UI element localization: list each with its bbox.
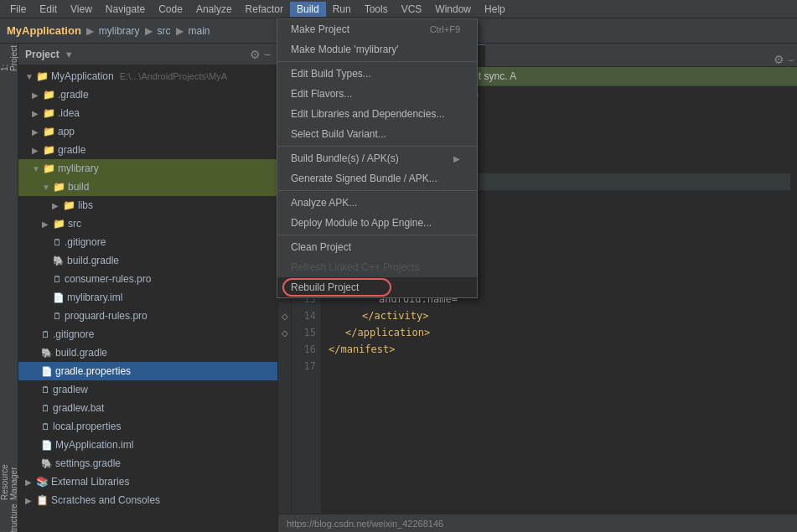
- panel-settings-btn[interactable]: ⚙: [250, 48, 261, 61]
- select-build-variant-label: Select Build Variant...: [291, 128, 386, 140]
- tree-item-idea[interactable]: ▶ 📁 .idea: [18, 104, 277, 122]
- menu-help[interactable]: Help: [478, 2, 512, 17]
- panel-close-btn[interactable]: −: [264, 48, 271, 61]
- tree-item-myapp-iml[interactable]: ▶ 📄 MyApplication.iml: [18, 436, 277, 454]
- menu-analyze[interactable]: Analyze: [189, 2, 239, 17]
- root-label: MyApplication: [51, 70, 114, 82]
- menu-clean-project[interactable]: Clean Project: [277, 237, 477, 257]
- gradle-icon-root: 🐘: [41, 348, 53, 359]
- menu-navigate[interactable]: Navigate: [99, 2, 152, 17]
- tab-close-btn[interactable]: −: [788, 54, 794, 66]
- panel-title: Project: [25, 49, 60, 60]
- menu-edit[interactable]: Edit: [33, 2, 64, 17]
- file-icon-gradlew: 🗒: [41, 385, 50, 395]
- label-build-gradle-lib: build.gradle: [67, 255, 119, 266]
- root-path: E:\...\AndroidProjects\MyA: [120, 71, 227, 81]
- tree-item-proguard[interactable]: ▶ 🗒 proguard-rules.pro: [18, 307, 277, 325]
- spacer-local-props: ▶: [30, 422, 39, 431]
- label-mylibrary: mylibrary: [58, 163, 99, 174]
- file-icon-consumer: 🗒: [53, 274, 62, 284]
- left-strip-resource[interactable]: Resource Manager: [2, 475, 17, 490]
- tree-item-scratches[interactable]: ▶ 📋 Scratches and Consoles: [18, 491, 277, 509]
- tree-item-local-props[interactable]: ▶ 🗒 local.properties: [18, 417, 277, 436]
- src-label[interactable]: src: [158, 25, 171, 37]
- tree-item-gradle-folder[interactable]: ▶ 📁 gradle: [18, 141, 277, 159]
- clean-project-label: Clean Project: [291, 241, 351, 253]
- main-label[interactable]: main: [189, 25, 210, 37]
- tree-item-build-gradle-lib[interactable]: ▶ 🐘 build.gradle: [18, 251, 277, 270]
- spacer-build-gradle-lib: ▶: [42, 256, 50, 266]
- arrow-src: ▶: [42, 220, 50, 229]
- tree-item-app[interactable]: ▶ 📁 app: [18, 122, 277, 141]
- label-gradle-folder: gradle: [58, 144, 85, 156]
- spacer-settings-gradle: ▶: [30, 459, 39, 468]
- label-consumer: consumer-rules.pro: [65, 273, 151, 285]
- menu-select-build-variant[interactable]: Select Build Variant...: [277, 124, 477, 144]
- label-settings-gradle: settings.gradle: [55, 457, 121, 469]
- tree-item-gradlew-bat[interactable]: ▶ 🗒 gradlew.bat: [18, 399, 277, 417]
- tree-item-gitignore-lib[interactable]: ▶ 🗒 .gitignore: [18, 233, 277, 251]
- menu-code[interactable]: Code: [152, 2, 189, 17]
- menu-refactor[interactable]: Refactor: [239, 2, 290, 17]
- label-build-gradle-root: build.gradle: [55, 347, 107, 359]
- breadcrumb-sep-1: ▶: [86, 25, 94, 37]
- tree-item-mylibrary[interactable]: ▼ 📁 mylibrary: [18, 159, 277, 178]
- sep-4: [277, 235, 477, 235]
- tree-item-gitignore-root[interactable]: ▶ 🗒 .gitignore: [18, 325, 277, 343]
- arrow-build: ▼: [42, 183, 50, 192]
- menu-deploy-module[interactable]: Deploy Module to App Engine...: [277, 213, 477, 233]
- build-menu[interactable]: Make Project Ctrl+F9 Make Module 'mylibr…: [277, 18, 478, 298]
- tree-item-settings-gradle[interactable]: ▶ 🐘 settings.gradle: [18, 454, 277, 473]
- menu-edit-build-types[interactable]: Edit Build Types...: [277, 64, 477, 84]
- tree-item-src[interactable]: ▶ 📁 src: [18, 214, 277, 233]
- left-strip-structure[interactable]: 7: Structure: [2, 514, 17, 529]
- tree-item-build[interactable]: ▼ 📁 build: [18, 178, 277, 196]
- menu-tools[interactable]: Tools: [358, 2, 395, 17]
- menu-generate-signed[interactable]: Generate Signed Bundle / APK...: [277, 168, 477, 189]
- menu-analyze-apk[interactable]: Analyze APK...: [277, 193, 477, 213]
- folder-icon-idea: 📁: [43, 107, 55, 119]
- file-icon-gitignore-lib: 🗒: [53, 237, 62, 247]
- sep-3: [277, 190, 477, 191]
- panel-actions: ⚙ −: [250, 48, 271, 61]
- tree-item-gradlew[interactable]: ▶ 🗒 gradlew: [18, 380, 277, 399]
- menu-make-module[interactable]: Make Module 'mylibrary': [277, 39, 477, 59]
- tree-item-consumer[interactable]: ▶ 🗒 consumer-rules.pro: [18, 270, 277, 288]
- breadcrumb-sep-2: ▶: [145, 25, 153, 37]
- menu-file[interactable]: File: [3, 2, 33, 17]
- label-gradlew: gradlew: [53, 384, 88, 395]
- tree-root[interactable]: ▼ 📁 MyApplication E:\...\AndroidProjects…: [18, 67, 277, 85]
- menu-build[interactable]: Build: [290, 2, 326, 17]
- tree-item-gradle-properties[interactable]: ▶ 📄 gradle.properties: [18, 362, 277, 380]
- menu-run[interactable]: Run: [326, 2, 358, 17]
- label-scratches: Scratches and Consoles: [51, 494, 160, 506]
- menu-vcs[interactable]: VCS: [395, 2, 429, 17]
- arrow-scratches: ▶: [25, 496, 34, 505]
- menu-edit-libraries[interactable]: Edit Libraries and Dependencies...: [277, 104, 477, 124]
- breadcrumb-sep-3: ▶: [176, 25, 184, 37]
- left-strip-project[interactable]: 1: Project: [2, 50, 17, 65]
- label-gitignore-lib: .gitignore: [65, 236, 106, 248]
- menu-make-project[interactable]: Make Project Ctrl+F9: [277, 19, 477, 39]
- menu-edit-flavors[interactable]: Edit Flavors...: [277, 84, 477, 104]
- tree-item-libs[interactable]: ▶ 📁 libs: [18, 196, 277, 214]
- spacer-myapp-iml: ▶: [30, 441, 39, 450]
- panel-dropdown-arrow[interactable]: ▼: [65, 49, 74, 59]
- tree-item-gradle-root[interactable]: ▶ 📁 .gradle: [18, 85, 277, 104]
- menu-build-bundle[interactable]: Build Bundle(s) / APK(s) ▶: [277, 148, 477, 168]
- tab-settings-btn[interactable]: ⚙: [774, 53, 784, 66]
- arrow-app: ▶: [32, 127, 40, 137]
- spacer-gradlew: ▶: [30, 385, 39, 395]
- app-name[interactable]: MyApplication: [7, 24, 81, 37]
- folder-icon-gradle-folder: 📁: [43, 144, 55, 156]
- menu-view[interactable]: View: [64, 2, 99, 17]
- tree-item-external-libs[interactable]: ▶ 📚 External Libraries: [18, 473, 277, 491]
- status-url: https://blog.csdn.net/weixin_42268146: [287, 519, 443, 529]
- module-name[interactable]: mylibrary: [99, 25, 140, 37]
- tree-item-build-gradle-root[interactable]: ▶ 🐘 build.gradle: [18, 343, 277, 362]
- menu-rebuild-project[interactable]: Rebuild Project: [277, 277, 477, 297]
- gutter-16: [278, 341, 291, 358]
- menu-window[interactable]: Window: [428, 2, 478, 17]
- folder-icon-mylibrary: 📁: [43, 163, 55, 174]
- tree-item-mylibrary-iml[interactable]: ▶ 📄 mylibrary.iml: [18, 288, 277, 307]
